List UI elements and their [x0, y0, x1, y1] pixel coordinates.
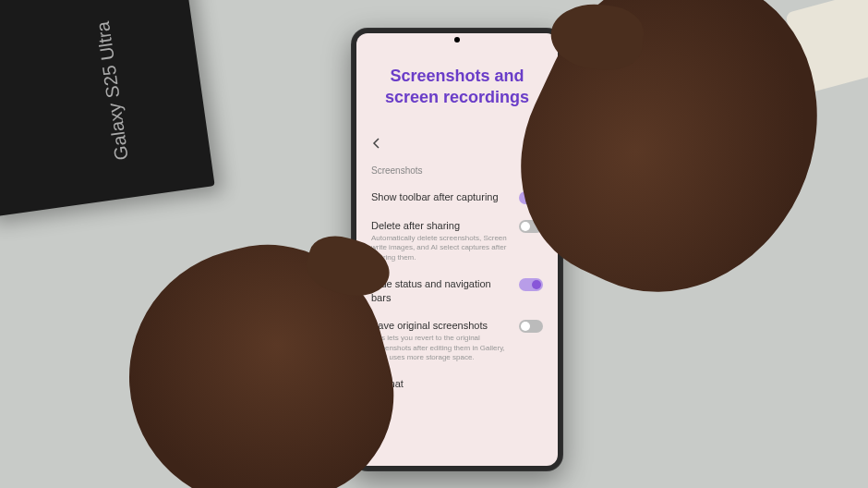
setting-hide-bars[interactable]: Hide status and navigation bars — [371, 270, 543, 311]
setting-value: JPG — [371, 393, 534, 402]
setting-title: Format — [371, 377, 534, 390]
page-title: Screenshots and screen recordings — [371, 66, 543, 109]
hand-left — [101, 219, 417, 488]
setting-delete-after-sharing[interactable]: Delete after sharing Automatically delet… — [371, 212, 543, 270]
camera-notch — [454, 37, 460, 43]
setting-title: Delete after sharing — [371, 219, 510, 232]
chevron-left-icon — [371, 137, 380, 150]
setting-title: Save original screenshots — [371, 319, 510, 332]
product-name-label: Galaxy S25 Ultra — [92, 19, 133, 161]
setting-desc: Automatically delete screenshots, Screen… — [371, 234, 510, 262]
toggle-hide-bars[interactable] — [519, 278, 543, 291]
setting-show-toolbar[interactable]: Show toolbar after capturing — [371, 183, 543, 212]
setting-desc: This lets you revert to the original scr… — [371, 334, 510, 362]
product-box: Galaxy S25 Ultra — [0, 0, 215, 218]
setting-title: Show toolbar after capturing — [371, 190, 510, 203]
section-header: Screenshots — [371, 165, 543, 176]
back-button[interactable] — [371, 135, 543, 154]
toggle-save-original[interactable] — [519, 320, 543, 333]
setting-title: Hide status and navigation bars — [371, 277, 510, 304]
setting-format[interactable]: Format JPG — [371, 370, 543, 409]
setting-save-original[interactable]: Save original screenshots This lets you … — [371, 311, 543, 370]
